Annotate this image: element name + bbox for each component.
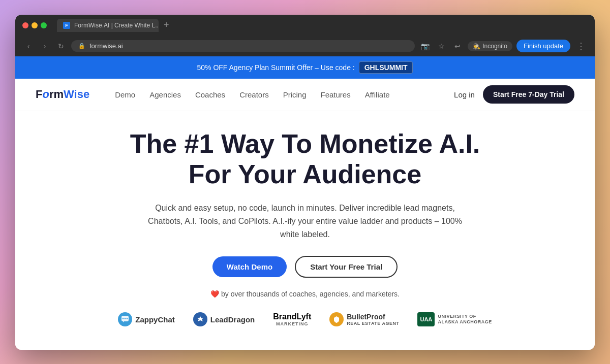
heart-icon: ❤️	[210, 290, 219, 298]
traffic-lights	[22, 22, 47, 28]
bulletproof-sub: REAL ESTATE AGENT	[347, 321, 399, 326]
nav-affiliate[interactable]: Affiliate	[365, 90, 390, 99]
leaddragon-logo: LeadDragon	[193, 312, 255, 326]
partner-logos: ZappyChat LeadDragon BrandLyft MARKETING	[118, 312, 492, 326]
bulletproof-name: BulletProof	[347, 313, 385, 321]
uaa-university-line1: UNIVERSITY OF	[438, 314, 476, 319]
bookmark-icon[interactable]: ☆	[435, 40, 447, 52]
nav-right-controls: 📷 ☆ ↩ 🕵 Incognito Finish update ⋮	[419, 40, 588, 52]
close-window-button[interactable]	[22, 22, 28, 28]
camera-off-icon[interactable]: 📷	[419, 40, 431, 52]
nav-coaches[interactable]: Coaches	[195, 90, 225, 99]
site-logo[interactable]: FormWise	[36, 88, 89, 101]
browser-window: F FormWise.AI | Create White L... ✕ + ‹ …	[15, 15, 595, 350]
nav-creators[interactable]: Creators	[239, 90, 269, 99]
share-icon[interactable]: ↩	[451, 40, 464, 52]
nav-links: Demo Agencies Coaches Creators Pricing F…	[115, 90, 454, 99]
forward-button[interactable]: ›	[39, 40, 51, 52]
address-text: formwise.ai	[89, 42, 123, 50]
hero-title-line1: The #1 Way To Monetize A.I.	[130, 129, 480, 158]
social-proof-text: by over thousands of coaches, agencies, …	[221, 290, 400, 298]
leaddragon-icon	[193, 312, 207, 326]
nav-pricing[interactable]: Pricing	[283, 90, 307, 99]
nav-actions: Log in Start Free 7-Day Trial	[454, 85, 574, 104]
finish-update-button[interactable]: Finish update	[516, 40, 570, 52]
start-free-trial-button[interactable]: Start Your Free Trial	[295, 256, 398, 278]
active-tab[interactable]: F FormWise.AI | Create White L... ✕	[57, 19, 159, 32]
zappychat-name: ZappyChat	[135, 315, 175, 324]
bulletproof-text: BulletProof REAL ESTATE AGENT	[347, 313, 399, 326]
browser-nav-bar: ‹ › ↻ 🔒 formwise.ai 📷 ☆ ↩ 🕵 Incognito Fi…	[15, 36, 595, 56]
tab-favicon: F	[63, 22, 70, 29]
svg-point-2	[125, 318, 126, 319]
uaa-icon: UAA	[417, 312, 435, 326]
address-lock-icon: 🔒	[78, 43, 85, 49]
finish-update-label: Finish update	[524, 42, 563, 50]
zappychat-logo: ZappyChat	[118, 312, 175, 326]
main-navigation: FormWise Demo Agencies Coaches Creators …	[15, 79, 595, 111]
minimize-window-button[interactable]	[32, 22, 38, 28]
social-proof: ❤️ by over thousands of coaches, agencie…	[210, 290, 400, 298]
uaa-logo: UAA UNIVERSITY OF ALASKA ANCHORAGE	[417, 312, 492, 326]
start-trial-button[interactable]: Start Free 7-Day Trial	[483, 85, 574, 104]
brandlyft-logo: BrandLyft MARKETING	[273, 312, 311, 326]
login-button[interactable]: Log in	[454, 90, 475, 99]
browser-titlebar: F FormWise.AI | Create White L... ✕ +	[15, 15, 595, 36]
brandlyft-sub: MARKETING	[276, 321, 309, 326]
uaa-university-line2: ALASKA ANCHORAGE	[438, 319, 492, 325]
svg-point-3	[127, 318, 128, 319]
more-options-button[interactable]: ⋮	[574, 41, 588, 52]
leaddragon-name: LeadDragon	[210, 315, 255, 324]
browser-chrome: F FormWise.AI | Create White L... ✕ + ‹ …	[15, 15, 595, 56]
page-content: 50% OFF Agency Plan Summit Offer – Use c…	[15, 56, 595, 350]
watch-demo-button[interactable]: Watch Demo	[212, 256, 287, 277]
hero-title-line2: For Your Audience	[189, 159, 421, 189]
bulletproof-icon	[329, 312, 344, 326]
promo-text: 50% OFF Agency Plan Summit Offer – Use c…	[197, 63, 355, 72]
hero-section: The #1 Way To Monetize A.I. For Your Aud…	[15, 111, 595, 350]
nav-demo[interactable]: Demo	[115, 90, 135, 99]
promo-code: GHLSUMMIT	[359, 61, 413, 74]
hero-title: The #1 Way To Monetize A.I. For Your Aud…	[130, 129, 480, 190]
incognito-icon: 🕵	[473, 43, 480, 50]
logo-form-part: Form	[36, 88, 64, 101]
back-button[interactable]: ‹	[22, 40, 35, 52]
refresh-button[interactable]: ↻	[55, 40, 67, 52]
hero-buttons: Watch Demo Start Your Free Trial	[212, 256, 398, 278]
incognito-badge: 🕵 Incognito	[468, 41, 512, 51]
address-bar[interactable]: 🔒 formwise.ai	[71, 40, 415, 52]
incognito-label: Incognito	[482, 43, 507, 50]
maximize-window-button[interactable]	[41, 22, 47, 28]
hero-subtitle: Quick and easy setup, no code, launch in…	[142, 202, 468, 241]
svg-point-1	[123, 318, 124, 319]
bulletproof-logo: BulletProof REAL ESTATE AGENT	[329, 312, 399, 326]
promo-banner: 50% OFF Agency Plan Summit Offer – Use c…	[15, 56, 595, 79]
new-tab-button[interactable]: +	[161, 19, 172, 31]
nav-features[interactable]: Features	[321, 90, 351, 99]
tab-title: FormWise.AI | Create White L...	[74, 22, 159, 29]
zappychat-icon	[118, 312, 132, 326]
logo-wise-part: Wise	[64, 88, 89, 101]
tab-bar: F FormWise.AI | Create White L... ✕ +	[57, 19, 588, 32]
uaa-text: UNIVERSITY OF ALASKA ANCHORAGE	[438, 314, 492, 325]
brandlyft-name: BrandLyft	[273, 312, 311, 321]
nav-agencies[interactable]: Agencies	[149, 90, 181, 99]
